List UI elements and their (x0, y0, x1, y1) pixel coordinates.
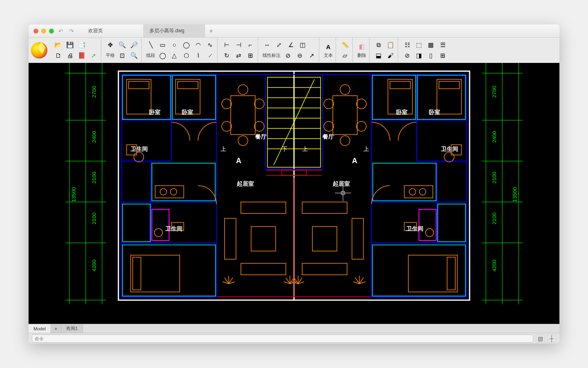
svg-point-80 (324, 99, 334, 109)
dim-linear-button[interactable]: ↔ (262, 40, 272, 50)
arc-icon: ◠ (196, 41, 201, 49)
main-toolbar: 📂 💾 📑 🗋 🖨 📕 ➚ ✥ 🔍 🔎 平移 ⊡ 🔍 (29, 38, 559, 63)
paste-button[interactable]: 📋 (385, 40, 396, 50)
hexagon-button[interactable]: ⬡ (181, 51, 192, 61)
measure-dist-button[interactable]: 📏 (340, 40, 350, 50)
save-button[interactable]: 💾 (65, 40, 75, 50)
svg-point-88 (444, 152, 454, 162)
print-button[interactable]: 🖨 (65, 51, 75, 61)
pan-button[interactable]: ✥ (105, 40, 116, 50)
text-button[interactable]: A (323, 42, 334, 52)
mirror-button[interactable]: ⇄ (233, 51, 244, 61)
dim-window-button[interactable]: ◫ (297, 40, 308, 50)
ray-button[interactable]: ⟋ (205, 51, 215, 61)
matchprop-button[interactable]: 🖌 (385, 51, 396, 61)
trim-icon: ⊢ (224, 41, 229, 49)
tab-welcome[interactable]: 欢迎页 (82, 25, 144, 37)
circle-button[interactable]: ○ (169, 40, 180, 50)
zoom-extents-button[interactable]: 🔍 (117, 40, 127, 50)
ortho-toggle[interactable]: ┼ (547, 334, 556, 343)
dim-label: 线性标注 (262, 52, 281, 58)
svg-point-98 (409, 188, 416, 195)
ortho-icon: ┼ (550, 335, 554, 342)
floorplan-svg: 2700 2400 2100 2100 4200 13500 2700 2400… (29, 63, 559, 304)
command-input[interactable] (32, 334, 533, 343)
trim-button[interactable]: ⊢ (221, 40, 232, 50)
dim-align-button[interactable]: ⤢ (274, 40, 284, 50)
zoom-out-button[interactable]: ⊡ (117, 51, 127, 61)
erase-group: ◧ 删除 (354, 38, 370, 63)
spline-button[interactable]: ∿ (205, 40, 215, 50)
snap-toggle[interactable]: ▧ (536, 334, 545, 343)
svg-rect-108 (131, 255, 180, 292)
new-button[interactable]: 🗋 (53, 51, 63, 61)
dim-angle-button[interactable]: ∠ (285, 40, 296, 50)
dim-radial-icon: ⊘ (285, 52, 291, 59)
tab-file[interactable]: 多层小高等.dwg (144, 25, 205, 37)
zoom-prev-button[interactable]: 🔍 (129, 51, 139, 61)
dim-align-icon: ⤢ (276, 41, 282, 49)
export-button[interactable]: 📕 (76, 51, 87, 61)
label-a-1: A (236, 157, 241, 165)
grid-button[interactable]: ⊞ (437, 51, 448, 61)
nav-back-icon[interactable]: ↶ (57, 28, 65, 34)
dim-dia-button[interactable]: ⊖ (294, 51, 305, 61)
ltype-button[interactable]: ⊘ (402, 51, 412, 61)
arc-button[interactable]: ◠ (193, 40, 203, 50)
drawing-canvas[interactable]: 2700 2400 2100 2100 4200 13500 2700 2400… (29, 63, 559, 324)
nav-forward-icon[interactable]: ↷ (68, 28, 75, 34)
dim-radial-button[interactable]: ⊘ (283, 51, 293, 61)
close-button[interactable] (33, 29, 38, 34)
array-button[interactable]: ⊞ (245, 51, 256, 61)
saveas-button[interactable]: 📑 (76, 40, 87, 50)
zoom-in-button[interactable]: 🔎 (129, 40, 139, 50)
tab-model[interactable]: Model (29, 324, 51, 333)
fillet-button[interactable]: ⌐ (245, 40, 256, 50)
tab-layout1[interactable]: 布局1 (61, 324, 83, 333)
open-button[interactable]: 📂 (53, 40, 63, 50)
polyline-button[interactable]: ⌇ (193, 51, 203, 61)
dim-right-3: 2100 (491, 213, 497, 224)
ellipse-button[interactable]: ◯ (181, 40, 192, 50)
polygon-button[interactable]: △ (169, 51, 180, 61)
hatch-button[interactable]: ▦ (425, 40, 436, 50)
door-button[interactable]: ◨ (414, 51, 424, 61)
label-bath-2: 卫生间 (441, 146, 458, 152)
explode-button[interactable]: ⬓ (373, 51, 384, 61)
app-window: ↶ ↷ 欢迎页 多层小高等.dwg + 📂 💾 📑 🗋 🖨 📕 ➚ (29, 25, 559, 343)
copy-button[interactable]: ⧉ (373, 40, 384, 50)
svg-rect-97 (404, 186, 433, 198)
rotate-button[interactable]: ↻ (221, 51, 232, 61)
svg-point-90 (154, 229, 163, 237)
props-button[interactable]: ☰ (437, 40, 448, 50)
eraser-icon: ◧ (359, 43, 365, 50)
layer-button[interactable]: ☷ (402, 40, 412, 50)
svg-rect-79 (333, 96, 357, 135)
fillet-icon: ⌐ (249, 41, 252, 48)
svg-point-82 (356, 99, 366, 109)
line-button[interactable]: ╲ (145, 40, 156, 50)
layer-group: ☷ ⬚ ▦ ☰ ⊘ ◨ ▯ ⊞ (400, 38, 450, 63)
erase-label: 删除 (356, 52, 367, 58)
dim-window-icon: ◫ (300, 41, 305, 49)
erase-button[interactable]: ◧ (356, 42, 367, 52)
maximize-button[interactable] (49, 29, 54, 34)
dim-left-2: 2100 (91, 172, 97, 184)
measure-area-button[interactable]: ▱ (340, 51, 350, 61)
rect-button[interactable]: ▭ (157, 40, 168, 50)
dim-right-total: 13500 (512, 187, 518, 202)
dim-leader-button[interactable]: ↗ (306, 51, 317, 61)
tab-layout-add[interactable]: + (51, 324, 61, 333)
block-insert-button[interactable]: ⬚ (414, 40, 424, 50)
extend-icon: ⊣ (236, 41, 241, 49)
minimize-button[interactable] (41, 29, 46, 34)
label-up-2: 上 (302, 146, 308, 152)
tab-add-button[interactable]: + (205, 27, 217, 35)
text-icon: A (326, 43, 331, 50)
extend-button[interactable]: ⊣ (233, 40, 244, 50)
share-button[interactable]: ➚ (88, 51, 99, 61)
circle2-button[interactable]: ◯ (157, 51, 168, 61)
window-tool-button[interactable]: ▯ (425, 51, 436, 61)
copy-icon: ⧉ (376, 41, 381, 49)
props-icon: ☰ (440, 41, 445, 49)
